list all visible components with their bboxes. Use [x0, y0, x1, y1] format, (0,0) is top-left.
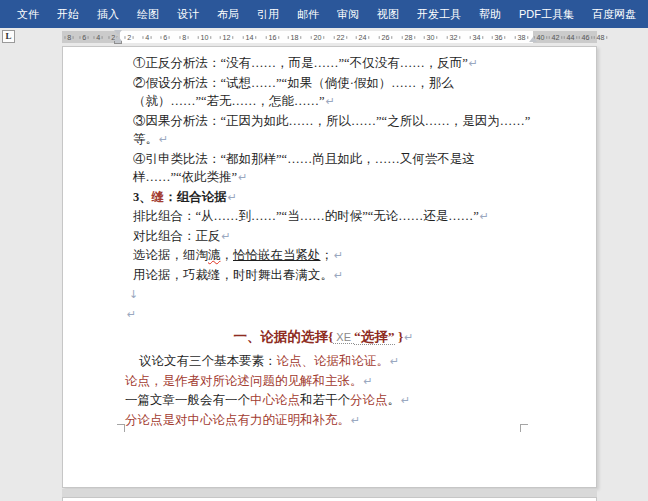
ruler-number: 4	[143, 33, 152, 41]
word-window: 文件开始插入绘图设计布局引用邮件审阅视图开发工具帮助PDF工具集百度网盘 操作说…	[0, 0, 648, 501]
linebreak-mark: ↓	[128, 288, 138, 301]
text-run: ，	[221, 248, 234, 262]
text-run: 论点，是作者对所论述问题的见解和主张。	[125, 374, 363, 388]
horizontal-ruler[interactable]: 8642 2468101214161820222426283032343638 …	[62, 31, 597, 43]
ruler-number: 24	[356, 33, 369, 41]
ribbon-tab-3[interactable]: 绘图	[128, 0, 168, 28]
ruler-number: 42	[549, 33, 562, 41]
text-line: ①正反分析法：“没有……，而是……”“不仅没有……，反而”↵	[125, 54, 522, 74]
ruler-number: 14	[243, 33, 256, 41]
ribbon-tab-13[interactable]: 百度网盘	[583, 0, 645, 28]
ruler-left-margin: 8642	[62, 31, 120, 43]
ruler-number: 8	[65, 33, 74, 41]
paragraph-mark: ↵	[325, 95, 335, 108]
paragraph-mark: ↵	[403, 331, 413, 344]
ruler-number: 44	[564, 33, 577, 41]
ribbon-tab-4[interactable]: 设计	[168, 0, 208, 28]
ruler-number: 16	[266, 33, 279, 41]
text-run: ：组合论据	[164, 190, 227, 204]
ruler-number: 10	[197, 33, 210, 41]
paragraph-mark: ↵	[479, 210, 489, 223]
text-boundary-mark-left	[117, 424, 125, 432]
text-run: 恰恰嵌在当紧处	[233, 248, 321, 262]
ribbon-tab-6[interactable]: 引用	[248, 0, 288, 28]
text-run: ③因果分析法：“正因为如此……，所以……”“之所以……，是因为……”	[133, 114, 530, 128]
ribbon-tab-7[interactable]: 邮件	[288, 0, 328, 28]
ribbon-tab-12[interactable]: PDF工具集	[510, 0, 583, 28]
document-page[interactable]: ①正反分析法：“没有……，而是……”“不仅没有……，反而”↵②假设分析法：“试想…	[62, 46, 597, 488]
text-run: ；	[321, 248, 334, 262]
ruler-number: 18	[288, 33, 301, 41]
text-run: 和若干个	[300, 393, 350, 407]
heading-line: 一、论据的选择{ XE “选择” }↵	[125, 326, 522, 348]
text-run: 排比组合：“从……到……”“当……的时候”“无论……还是……”	[133, 209, 479, 223]
paragraph-mark: ↵	[333, 269, 343, 282]
ruler-number: 4	[94, 33, 103, 41]
ruler-number: 38	[515, 33, 528, 41]
text-line: ③因果分析法：“正因为如此……，所以……”“之所以……，是因为……”	[125, 112, 522, 131]
text-line: 议论文有三个基本要素：论点、论据和论证。↵	[125, 352, 522, 372]
text-run: ④引申类比法：“都如那样”“……尚且如此，……又何尝不是这	[133, 152, 475, 166]
next-page[interactable]	[62, 497, 597, 501]
text-line: 用论据，巧裁缝，时时舞出春满文。↵	[125, 266, 522, 286]
paragraph-mark: ↵	[333, 249, 343, 262]
ruler-number: 26	[379, 33, 392, 41]
paragraph-mark: ↵	[237, 171, 247, 184]
text-boundary-mark-right	[520, 424, 528, 432]
text-run: “选择”	[354, 329, 395, 345]
paragraph-mark: ↵	[350, 414, 360, 427]
ruler-number: 8	[179, 33, 188, 41]
left-indent-marker[interactable]	[114, 41, 122, 44]
ribbon-tabs: 文件开始插入绘图设计布局引用邮件审阅视图开发工具帮助PDF工具集百度网盘	[8, 0, 645, 28]
text-run: 等。	[133, 132, 158, 146]
text-run: （就）……”“若无……，怎能……”	[133, 94, 325, 108]
paragraph-mark: ↵	[389, 355, 399, 368]
text-run: 用论据，巧裁缝，时时舞出春满文。	[133, 268, 333, 282]
ruler-number: 20	[311, 33, 324, 41]
text-run: 缝	[152, 190, 165, 204]
text-run: 议论文有三个基本要素：	[139, 354, 277, 368]
text-line: ②假设分析法：“试想……”“如果（倘使·假如）……，那么	[125, 74, 522, 93]
ruler-text-area: 2468101214161820222426283032343638	[120, 31, 533, 43]
first-line-indent-marker[interactable]	[114, 30, 123, 44]
paragraph-mark: ↵	[221, 230, 231, 243]
text-line: 论点，是作者对所论述问题的见解和主张。↵	[125, 372, 522, 392]
tab-stop-selector[interactable]: L	[2, 30, 15, 43]
text-run: 。	[388, 393, 401, 407]
ruler-right-margin: 4042444648	[533, 31, 597, 43]
paragraph-mark: ↵	[363, 375, 373, 388]
text-line: 一篇文章一般会有一个中心论点和若干个分论点。↵	[125, 391, 522, 411]
page-gap	[62, 489, 597, 497]
text-run: 中心论点	[250, 393, 300, 407]
ruler-number: 32	[447, 33, 460, 41]
text-line: ④引申类比法：“都如那样”“……尚且如此，……又何尝不是这	[125, 150, 522, 169]
ribbon: 文件开始插入绘图设计布局引用邮件审阅视图开发工具帮助PDF工具集百度网盘 操作说…	[0, 0, 648, 28]
text-line: 等。↵	[125, 130, 522, 150]
ribbon-tab-0[interactable]: 文件	[8, 0, 48, 28]
ribbon-tab-11[interactable]: 帮助	[470, 0, 510, 28]
text-run: 漉	[208, 248, 221, 262]
text-run: 分论点是对中心论点有力的证明和补充。	[125, 413, 350, 427]
right-indent-marker[interactable]	[529, 37, 537, 42]
ruler-number: 36	[492, 33, 505, 41]
ribbon-tab-10[interactable]: 开发工具	[408, 0, 470, 28]
ruler-number: 34	[470, 33, 483, 41]
text-line: 对比组合：正反↵	[125, 227, 522, 247]
ribbon-tab-1[interactable]: 开始	[48, 0, 88, 28]
ribbon-tab-9[interactable]: 视图	[368, 0, 408, 28]
ruler-number: 6	[79, 33, 88, 41]
ribbon-tab-2[interactable]: 插入	[88, 0, 128, 28]
text-run: 对比组合：正反	[133, 229, 221, 243]
text-line: ↵	[125, 305, 522, 325]
ribbon-tab-5[interactable]: 布局	[208, 0, 248, 28]
text-run: 选论据，细淘	[133, 248, 208, 262]
ruler-number: 2	[124, 33, 133, 41]
document-content[interactable]: ①正反分析法：“没有……，而是……”“不仅没有……，反而”↵②假设分析法：“试想…	[125, 47, 522, 430]
paragraph-mark: ↵	[227, 191, 237, 204]
ruler-row: L 8642 246810121416182022242628303234363…	[0, 28, 648, 46]
text-run: 分论点	[350, 393, 388, 407]
paragraph-mark: ↵	[158, 133, 168, 146]
text-run: 论点、论据和论证。	[277, 354, 390, 368]
ribbon-tab-8[interactable]: 审阅	[328, 0, 368, 28]
text-line: 3、缝：组合论据↵	[125, 188, 522, 208]
